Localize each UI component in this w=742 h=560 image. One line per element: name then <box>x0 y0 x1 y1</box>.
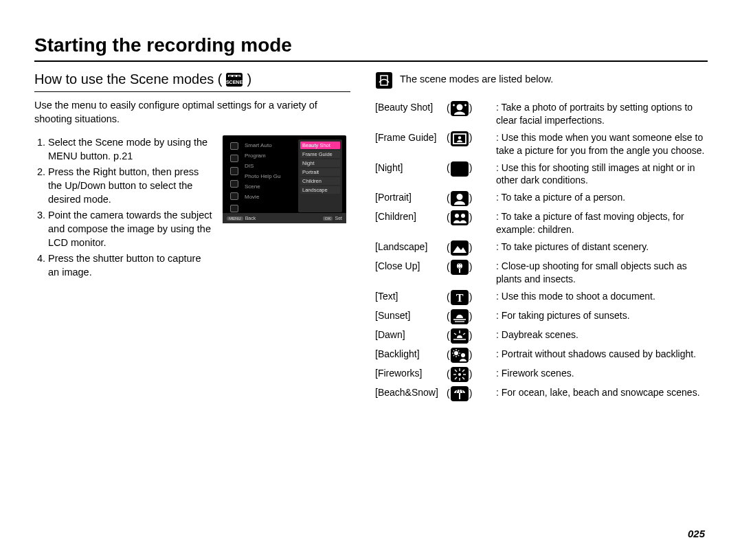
table-row: [Sunset]( ): For taking pictures of suns… <box>375 307 708 326</box>
mode-icon-cell: ( ) <box>447 99 496 129</box>
mode-description: : Use this mode when you want someone el… <box>496 129 708 159</box>
mode-description: : For ocean, lake, beach and snowcape sc… <box>496 384 708 403</box>
mode-description: : Take a photo of portraits by setting o… <box>496 99 708 129</box>
note-text: The scene modes are listed below. <box>400 71 553 85</box>
mode-description: : Firework scenes. <box>496 365 708 384</box>
lcd-mode-row: Scene <box>245 183 298 190</box>
lcd-scene-item: Frame Guide <box>300 150 340 158</box>
table-row: [Backlight]( ): Portrait without shadows… <box>375 346 708 365</box>
portrait-icon <box>451 191 469 206</box>
children-icon <box>451 210 469 225</box>
camera-lcd-preview: Smart Auto Program DIS Photo Help Gu Sce… <box>223 135 346 223</box>
mode-description: : To take pictures of distant scenery. <box>496 238 708 258</box>
table-row: [Landscape]( ): To take pictures of dist… <box>375 238 708 258</box>
table-row: [Portrait]( ): To take a picture of a pe… <box>375 189 708 208</box>
mode-name: [Dawn] <box>375 326 447 346</box>
mode-icon-cell: ( ) <box>447 346 496 365</box>
lcd-footer-right: OKSet <box>323 216 342 221</box>
beauty-icon <box>451 101 469 116</box>
table-row: [Text]( ): Use this mode to shoot a docu… <box>375 288 708 307</box>
mode-description: : For taking pictures of sunsets. <box>496 307 708 326</box>
mode-icon-cell: ( ) <box>447 258 496 288</box>
frameguide-icon <box>451 131 469 146</box>
step-item: Select the Scene mode by using the MENU … <box>48 135 213 164</box>
mode-description: : Use this for shooting still images at … <box>496 159 708 190</box>
lcd-scene-item: Portrait <box>300 168 340 176</box>
lcd-left-icon <box>230 192 238 200</box>
backlight-icon <box>451 348 469 363</box>
table-row: [Dawn]( ): Daybreak scenes. <box>375 326 708 346</box>
lcd-mode-row: Smart Auto <box>245 142 298 148</box>
table-row: [Beauty Shot]( ): Take a photo of portra… <box>375 99 708 129</box>
mode-name: [Night] <box>375 159 447 190</box>
lcd-scene-item: Landscape <box>300 186 340 194</box>
mode-name: [Sunset] <box>375 307 447 326</box>
lcd-left-icon <box>230 180 238 188</box>
mode-icon-cell: ( ) <box>447 307 496 326</box>
lcd-mode-row: Photo Help Gu <box>245 173 298 179</box>
mode-name: [Fireworks] <box>375 365 447 384</box>
mode-icon-cell: ( ) <box>447 288 496 307</box>
lcd-scene-item: Night <box>300 159 340 167</box>
lcd-mode-row: DIS <box>245 163 298 169</box>
lcd-mode-row: Program <box>245 153 298 159</box>
mode-icon-cell: ( ) <box>447 238 496 258</box>
closeup-icon <box>451 260 469 275</box>
scene-modes-table: [Beauty Shot]( ): Take a photo of portra… <box>375 99 708 403</box>
table-row: [Night]( ): Use this for shooting still … <box>375 159 708 190</box>
beachsnow-icon <box>451 386 469 401</box>
mode-name: [Portrait] <box>375 189 447 208</box>
mode-name: [Landscape] <box>375 238 447 258</box>
mode-description: : Close-up shooting for small objects su… <box>496 258 708 288</box>
text-icon <box>451 290 469 305</box>
mode-icon-cell: ( ) <box>447 159 496 190</box>
mode-name: [Backlight] <box>375 346 447 365</box>
lcd-left-icon <box>230 167 238 175</box>
lcd-scene-item: Children <box>300 177 340 185</box>
mode-description: : Daybreak scenes. <box>496 326 708 346</box>
mode-description: : To take a picture of fast moving objec… <box>496 208 708 238</box>
page-title: Starting the recording mode <box>34 34 708 62</box>
mode-icon-cell: ( ) <box>447 384 496 403</box>
lcd-footer-left: MENUBack <box>227 216 256 221</box>
landscape-icon <box>451 240 469 256</box>
step-item: Point the camera towards the subject and… <box>48 208 213 250</box>
table-row: [Fireworks]( ): Firework scenes. <box>375 365 708 384</box>
dawn-icon <box>451 328 469 344</box>
mode-icon-cell: ( ) <box>447 326 496 346</box>
page-number: 025 <box>688 528 705 539</box>
note-icon <box>375 71 393 89</box>
subtitle-close: ) <box>247 71 251 87</box>
sunset-icon <box>451 309 469 324</box>
table-row: [Frame Guide]( ): Use this mode when you… <box>375 129 708 159</box>
table-row: [Close Up]( ): Close-up shooting for sma… <box>375 258 708 288</box>
mode-icon-cell: ( ) <box>447 365 496 384</box>
mode-description: : To take a picture of a person. <box>496 189 708 208</box>
step-item: Press the shutter button to capture an i… <box>48 251 213 280</box>
mode-name: [Frame Guide] <box>375 129 447 159</box>
fireworks-icon <box>451 367 469 382</box>
mode-icon-cell: ( ) <box>447 208 496 238</box>
night-icon <box>451 161 469 177</box>
section-subtitle: How to use the Scene modes ( ) <box>34 71 350 92</box>
table-row: [Children]( ): To take a picture of fast… <box>375 208 708 238</box>
mode-name: [Children] <box>375 208 447 238</box>
lcd-left-icon <box>230 205 238 212</box>
mode-name: [Beach&Snow] <box>375 384 447 403</box>
mode-description: : Use this mode to shoot a document. <box>496 288 708 307</box>
mode-icon-cell: ( ) <box>447 129 496 159</box>
intro-text: Use the menu to easily configure optimal… <box>34 99 350 126</box>
lcd-scene-item: Beauty Shot <box>300 142 340 149</box>
steps-list: Select the Scene mode by using the MENU … <box>34 135 213 280</box>
mode-description: : Portrait without shadows caused by bac… <box>496 346 708 365</box>
mode-name: [Text] <box>375 288 447 307</box>
mode-name: [Close Up] <box>375 258 447 288</box>
step-item: Press the Right button, then press the U… <box>48 165 213 207</box>
mode-icon-cell: ( ) <box>447 189 496 208</box>
scene-mode-icon <box>226 73 243 87</box>
lcd-left-icon <box>230 142 238 150</box>
subtitle-text: How to use the Scene modes ( <box>34 71 222 87</box>
lcd-left-icon <box>230 155 238 162</box>
mode-name: [Beauty Shot] <box>375 99 447 129</box>
table-row: [Beach&Snow]( ): For ocean, lake, beach … <box>375 384 708 403</box>
